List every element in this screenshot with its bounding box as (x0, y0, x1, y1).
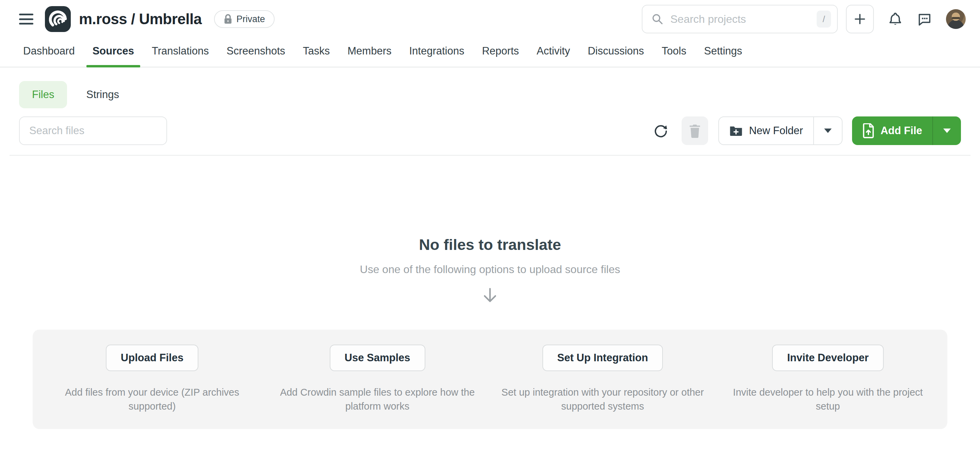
new-folder-dropdown-button[interactable] (813, 117, 842, 144)
upload-option-card: Use Samples Add Crowdin sample files to … (265, 345, 490, 414)
nav-tab-settings[interactable]: Settings (704, 38, 742, 67)
messages-button[interactable] (917, 11, 932, 27)
add-file-button[interactable]: Add File (852, 117, 932, 145)
bell-icon (888, 11, 903, 27)
chevron-down-icon (824, 128, 832, 133)
folder-plus-icon (729, 125, 743, 137)
nav-tab-translations[interactable]: Translations (152, 38, 209, 67)
new-folder-button[interactable]: New Folder (719, 117, 813, 144)
project-title: m.ross / Umbrella (79, 11, 202, 27)
nav-tab-integrations[interactable]: Integrations (409, 38, 464, 67)
header-actions: / (642, 5, 966, 34)
option-description: Add files from your device (ZIP archives… (48, 385, 256, 414)
upload-option-card: Upload Files Add files from your device … (40, 345, 265, 414)
empty-state-subtitle: Use one of the following options to uplo… (19, 263, 961, 276)
add-file-split-button: Add File (852, 117, 961, 145)
new-folder-split-button: New Folder (718, 117, 843, 145)
empty-state-title: No files to translate (19, 236, 961, 254)
invite-developer-button[interactable]: Invite Developer (772, 345, 883, 371)
new-folder-label: New Folder (749, 125, 803, 137)
nav-tab-members[interactable]: Members (347, 38, 391, 67)
trash-icon (688, 124, 701, 138)
upload-files-button[interactable]: Upload Files (106, 345, 198, 371)
notifications-button[interactable] (888, 11, 903, 27)
option-description: Add Crowdin sample files to explore how … (273, 385, 482, 414)
search-shortcut-key: / (817, 11, 831, 27)
toolbar-actions: New Folder Add File (653, 117, 961, 145)
upload-options-panel: Upload Files Add files from your device … (33, 330, 947, 429)
use-samples-button[interactable]: Use Samples (330, 345, 425, 371)
nav-tab-reports[interactable]: Reports (482, 38, 519, 67)
nav-tab-sources[interactable]: Sources (92, 38, 134, 67)
search-files-input[interactable] (29, 125, 157, 137)
refresh-button[interactable] (653, 123, 669, 139)
search-projects-input[interactable] (670, 13, 817, 26)
create-project-button[interactable] (846, 5, 874, 34)
view-toggle: Files Strings (19, 81, 961, 108)
add-file-label: Add File (881, 125, 922, 137)
toolbar-divider (10, 155, 970, 156)
file-search-box (19, 117, 167, 145)
nav-tab-dashboard[interactable]: Dashboard (23, 38, 75, 67)
search-icon (651, 13, 663, 25)
crowdin-logo-icon[interactable] (45, 6, 71, 32)
nav-tab-discussions[interactable]: Discussions (588, 38, 644, 67)
plus-icon (853, 12, 867, 26)
tab-files[interactable]: Files (19, 81, 67, 108)
project-nav: DashboardSourcesTranslationsScreenshotsT… (0, 38, 980, 67)
files-toolbar: New Folder Add File (19, 117, 961, 145)
arrow-down-icon (481, 286, 499, 304)
upload-option-card: Set Up Integration Set up integration wi… (490, 345, 715, 414)
refresh-icon (653, 123, 669, 139)
option-description: Invite developer to help you with the pr… (724, 385, 932, 414)
empty-state: No files to translate Use one of the fol… (19, 236, 961, 306)
upload-option-card: Invite Developer Invite developer to hel… (715, 345, 940, 414)
set-up-integration-button[interactable]: Set Up Integration (542, 345, 663, 371)
top-header: m.ross / Umbrella Private / (0, 0, 980, 38)
user-avatar[interactable] (946, 9, 966, 29)
privacy-badge: Private (214, 10, 275, 28)
hamburger-menu-icon[interactable] (19, 14, 33, 24)
file-upload-icon (862, 123, 875, 138)
sources-page: Files Strings (0, 81, 980, 429)
nav-tab-activity[interactable]: Activity (537, 38, 570, 67)
chevron-down-icon (943, 128, 951, 133)
chat-bubble-icon (917, 11, 932, 27)
add-file-dropdown-button[interactable] (932, 117, 961, 145)
option-description: Set up integration with your repository … (498, 385, 707, 414)
project-search-box: / (642, 5, 838, 34)
tab-strings[interactable]: Strings (73, 81, 132, 108)
privacy-badge-label: Private (237, 14, 265, 24)
nav-tab-tools[interactable]: Tools (662, 38, 686, 67)
lock-icon (224, 14, 232, 24)
nav-tab-tasks[interactable]: Tasks (303, 38, 330, 67)
nav-tab-screenshots[interactable]: Screenshots (227, 38, 285, 67)
delete-button[interactable] (682, 117, 708, 145)
